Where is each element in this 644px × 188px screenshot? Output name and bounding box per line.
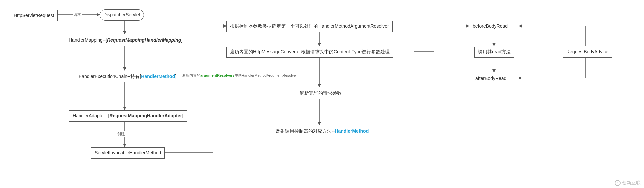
node-label: afterBodyRead <box>475 76 506 81</box>
text-link: HandlerMethod <box>141 74 175 79</box>
text-part: HandlerMapping--[ <box>69 37 107 43</box>
node-servlet-invocable-handler-method: ServletInvocableHandlerMethod <box>91 147 165 159</box>
node-after-body-read: afterBodyRead <box>472 73 510 84</box>
node-handler-mapping: HandlerMapping--[RequestMappingHandlerMa… <box>65 35 186 46</box>
text-emphasis: argumentResolvers <box>200 73 235 77</box>
node-call-read: 调用其read方法 <box>474 47 514 58</box>
text-link: HandlerMethod <box>335 128 369 134</box>
edge-label-traverse-resolvers: 遍历内置的argumentResolvers中的HandlerMethodArg… <box>181 73 298 78</box>
text-part: ] <box>175 74 176 79</box>
node-label: HttpServletRequest <box>14 13 54 18</box>
node-label: 遍历内置的HttpMessageConverter根据请求头中的Content-… <box>230 49 390 54</box>
node-label: beforeBodyRead <box>473 23 508 29</box>
node-http-servlet-request: HttpServletRequest <box>10 10 58 21</box>
node-request-body-advice: RequestBodyAdvice <box>563 47 612 58</box>
text-part: 中的HandlerMethodArgumentResolver <box>235 73 297 77</box>
node-handler-adapter: HandlerAdapter--[RequestMappingHandlerAd… <box>69 110 187 122</box>
node-reflect-call: 反射调用控制器的对应方法--HandlerMethod <box>272 126 372 137</box>
node-label: ServletInvocableHandlerMethod <box>95 150 161 155</box>
text-emphasis: RequestMappingHandlerAdapter <box>109 113 182 118</box>
text-part: ] <box>182 113 183 118</box>
node-parsed-params: 解析完毕的请求参数 <box>296 88 345 99</box>
text-part: HandlerAdapter--[ <box>73 113 109 118</box>
watermark: K 创新互联 <box>615 180 641 186</box>
node-handler-execution-chain: HandlerExecutionChain--持有[HandlerMethod] <box>75 71 180 82</box>
node-converter-traverse: 遍历内置的HttpMessageConverter根据请求头中的Content-… <box>226 47 393 58</box>
text-emphasis: RequestMappingHandlerMapping <box>107 37 181 43</box>
edge-label-create: 创建 <box>116 131 126 137</box>
watermark-icon: K <box>615 180 621 186</box>
node-label: RequestBodyAdvice <box>566 49 608 54</box>
text-part: ] <box>181 37 182 43</box>
node-dispatcher-servlet: DispatcherServlet <box>100 9 144 21</box>
text-part: HandlerExecutionChain--持有[ <box>79 74 141 79</box>
text-part: 反射调用控制器的对应方法-- <box>276 128 335 134</box>
watermark-text: 创新互联 <box>622 180 641 186</box>
node-label: 根据控制器参数类型确定第一个可以处理的HandlerMethodArgument… <box>230 23 389 29</box>
node-label: DispatcherServlet <box>103 12 140 17</box>
node-label: 调用其read方法 <box>478 49 511 54</box>
node-label: 解析完毕的请求参数 <box>300 90 342 96</box>
node-resolver-pick: 根据控制器参数类型确定第一个可以处理的HandlerMethodArgument… <box>226 21 393 32</box>
text-part: 遍历内置的 <box>182 73 200 77</box>
edge-label-request: 请求 <box>73 12 82 18</box>
node-before-body-read: beforeBodyRead <box>469 21 511 32</box>
